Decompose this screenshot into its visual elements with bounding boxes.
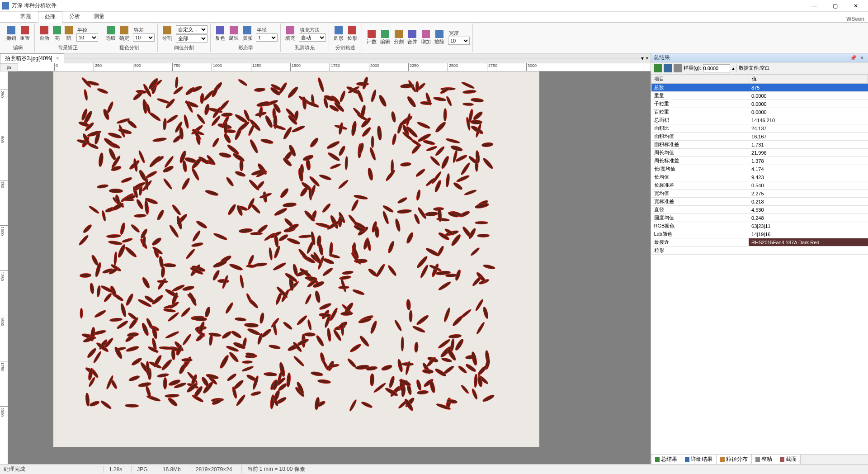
tool--分割[interactable]: 分割 [392,29,406,46]
col-value[interactable]: 值 [749,75,868,84]
tool-label: 重置 [20,35,30,42]
spinner-up-icon[interactable]: ▴ [732,65,735,71]
tab-dropdown-icon[interactable]: ▾ [641,55,644,62]
result-row-20[interactable]: 粒形 [651,246,868,255]
result-row-13[interactable]: 宽均值2.275 [651,190,868,198]
tolerance-select[interactable]: 10 [133,33,155,42]
pin-icon[interactable]: 📌 [848,55,859,61]
tool-背景矫正-亮[interactable]: 亮 [51,25,63,43]
maximize-button[interactable]: ▢ [825,0,845,11]
result-value: 9.423 [749,173,868,181]
save-icon[interactable] [664,64,672,72]
result-row-8[interactable]: 周长均值21.996 [651,149,868,157]
titlebar: 万深 考种分析软件 — ▢ ✕ [0,0,868,12]
seed-marker [314,290,321,303]
radius-select[interactable]: 10 [76,33,98,42]
tool--增加[interactable]: 增加 [419,29,433,46]
seed-marker [475,221,488,225]
result-row-14[interactable]: 宽标准差0.218 [651,198,868,206]
seed-marker [438,280,452,292]
document-tab[interactable]: 拍照稻谷3.jpg[40%] × [0,53,64,63]
tool--编辑[interactable]: 编辑 [378,29,392,46]
result-row-10[interactable]: 长/宽均值4.174 [651,165,868,173]
seed-marker [316,77,325,93]
radius-select[interactable]: 1 [256,33,278,42]
col-item[interactable]: 项目 [651,75,749,84]
result-row-16[interactable]: 圆度均值0.248 [651,214,868,222]
tool-孔洞填充-填充[interactable]: 填充 [283,25,297,43]
tool--计数[interactable]: 计数 [365,29,378,46]
tool-分割粘连-圆形[interactable]: 圆形 [332,25,345,43]
seed-marker [78,234,90,247]
tool-阈值分割-分割[interactable]: 分割 [160,25,174,43]
tab-label: 总结果 [661,455,677,463]
tool-提色分割-选取[interactable]: 选取 [104,25,118,43]
tool-编辑-撤销[interactable]: 撤销 [5,25,18,43]
tool-label: 腐蚀 [229,35,239,42]
result-row-11[interactable]: 长均值9.423 [651,173,868,181]
menu-tab-0[interactable]: 常规 [14,11,38,22]
results-table[interactable]: 项目 值 总数875重量0.0000千粒重0.0000百粒重0.0000总面积1… [651,74,868,454]
menu-tab-2[interactable]: 分析 [62,11,87,22]
menu-tab-1[interactable]: 处理 [38,11,62,23]
tool-形态学-反色[interactable]: 反色 [213,25,227,43]
tool--擦除[interactable]: 擦除 [433,29,446,46]
result-row-15[interactable]: 直径4.530 [651,206,868,214]
menu-tab-3[interactable]: 测量 [87,11,111,22]
ruler-tick: 1250 [251,63,261,71]
ruler-horizontal[interactable]: 0250500750100012501500175020002250250027… [18,63,651,71]
copy-icon[interactable] [674,64,682,72]
tab-close-all-icon[interactable]: × [646,55,649,62]
close-button[interactable]: ✕ [845,0,866,11]
result-row-17[interactable]: RGB颜色63|23|11 [651,222,868,230]
bottom-tab-2[interactable]: 粒径分布 [716,454,752,464]
result-row-2[interactable]: 千粒重0.0000 [651,100,868,108]
seed-marker [221,330,232,340]
method-select[interactable]: 自动 [299,33,326,42]
bottom-tab-1[interactable]: 详细结果 [681,454,717,464]
result-row-12[interactable]: 长标准差0.540 [651,181,868,190]
bottom-tab-3[interactable]: 整精 [751,454,776,464]
seed-marker [370,89,377,103]
result-row-6[interactable]: 面积均值16.167 [651,133,868,141]
width-select[interactable]: 10 [448,37,470,45]
seed-marker [163,308,176,313]
result-row-3[interactable]: 百粒重0.0000 [651,108,868,116]
tool-形态学-膨胀[interactable]: 膨胀 [241,25,254,43]
result-row-4[interactable]: 总面积14146.210 [651,116,868,124]
seed-marker [414,341,419,353]
minimize-button[interactable]: — [804,0,825,11]
tool-形态学-腐蚀[interactable]: 腐蚀 [227,25,241,43]
result-row-18[interactable]: Lab颜色14|19|16 [651,230,868,238]
export-icon[interactable] [654,64,662,72]
result-row-7[interactable]: 面积标准差1.731 [651,141,868,149]
close-tab-icon[interactable]: × [56,55,59,62]
tool-提色分割-确定[interactable]: 确定 [118,25,131,43]
seed-marker [326,327,331,342]
result-row-9[interactable]: 周长标准差1.378 [651,157,868,165]
result-row-5[interactable]: 面积比24.137 [651,124,868,133]
seed-marker [165,393,180,398]
tool--合并[interactable]: 合并 [406,29,419,46]
bottom-tab-0[interactable]: 总结果 [651,454,681,464]
seed-marker [445,95,453,107]
seed-marker [415,379,422,391]
image-canvas[interactable] [53,71,539,447]
bottom-tab-4[interactable]: 截面 [776,454,801,464]
tool-分割粘连-长形[interactable]: 长形 [345,25,359,43]
image-scroll-area[interactable] [8,71,651,464]
threshold-select-0[interactable]: 自定义... [176,25,208,33]
panel-close-icon[interactable]: × [859,55,865,61]
tool-背景矫正-自动[interactable]: 自动 [38,25,51,43]
result-value: 1.378 [749,157,868,165]
tool-背景矫正-暗[interactable]: 暗 [63,25,75,43]
seed-marker [358,318,372,324]
ruler-vertical[interactable]: 25050075010001250150017502000 [0,71,8,464]
result-row-1[interactable]: 重量0.0000 [651,92,868,100]
ruler-unit[interactable]: px [0,63,18,71]
result-row-19[interactable]: 最接近RHS2015Fan4 187A Dark Red [651,238,868,246]
tool-编辑-重置[interactable]: 重置 [18,25,32,43]
result-row-0[interactable]: 总数875 [651,84,868,92]
threshold-select-1[interactable]: 全部 [176,34,208,43]
sample-weight-input[interactable] [703,64,730,72]
